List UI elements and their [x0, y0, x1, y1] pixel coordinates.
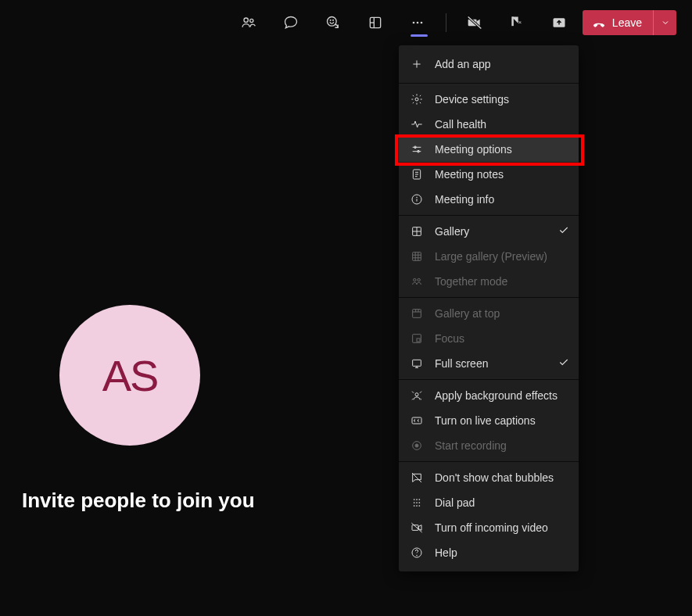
menu-chat-bubbles[interactable]: Don't show chat bubbles [399, 465, 579, 490]
toolbar-divider [446, 13, 446, 32]
menu-meeting-options[interactable]: Meeting options [399, 137, 579, 162]
svg-point-69 [417, 555, 418, 556]
svg-point-56 [414, 499, 415, 500]
mic-muted-icon[interactable]: × [498, 0, 536, 45]
menu-device-settings[interactable]: Device settings [399, 87, 579, 112]
menu-label: Apply background effects [435, 389, 558, 402]
video-off-icon [410, 521, 424, 535]
menu-help[interactable]: Help [399, 540, 579, 565]
svg-line-48 [412, 392, 414, 393]
svg-point-63 [416, 505, 418, 507]
svg-line-67 [411, 523, 421, 532]
svg-point-62 [414, 505, 415, 507]
menu-label: Meeting options [435, 143, 512, 156]
svg-rect-52 [412, 417, 421, 424]
svg-rect-12 [511, 17, 514, 27]
camera-off-icon[interactable] [456, 0, 493, 45]
svg-point-54 [415, 444, 418, 447]
svg-point-2 [327, 17, 336, 27]
together-icon [410, 274, 424, 288]
menu-label: Meeting info [435, 193, 494, 206]
svg-point-0 [244, 18, 248, 22]
menu-incoming-video-off[interactable]: Turn off incoming video [399, 515, 579, 540]
menu-label: Gallery [435, 225, 469, 238]
check-icon [558, 357, 569, 371]
menu-focus: Focus [399, 326, 579, 351]
chat-off-icon [410, 471, 424, 485]
avatar-initials: AS [102, 350, 158, 401]
svg-line-50 [412, 399, 413, 399]
svg-rect-44 [413, 360, 421, 366]
focus-icon [410, 331, 424, 346]
leave-button[interactable]: Leave [583, 10, 676, 35]
svg-rect-38 [413, 310, 421, 318]
participant-avatar: AS [59, 305, 200, 446]
leave-label: Leave [612, 16, 642, 29]
notes-icon [410, 167, 424, 181]
svg-point-7 [417, 22, 419, 24]
meeting-toolbar: × Leave [0, 0, 692, 45]
menu-label: Don't show chat bubbles [435, 471, 554, 484]
menu-label: Call health [435, 118, 486, 131]
svg-point-64 [418, 505, 420, 507]
menu-meeting-info[interactable]: Meeting info [399, 187, 579, 212]
menu-add-app[interactable]: Add an app [399, 48, 579, 80]
grid-3x3-icon [410, 249, 424, 263]
svg-point-3 [330, 20, 331, 20]
more-actions-icon[interactable] [399, 0, 436, 45]
svg-point-16 [415, 98, 418, 101]
chat-icon[interactable] [272, 0, 310, 45]
svg-point-4 [332, 20, 333, 20]
gear-icon [410, 92, 424, 106]
help-icon [410, 546, 424, 560]
menu-label: Focus [435, 332, 464, 345]
invite-prompt: Invite people to join you [22, 489, 255, 513]
menu-label: Meeting notes [435, 168, 504, 181]
reactions-icon[interactable] [314, 0, 352, 45]
menu-meeting-notes[interactable]: Meeting notes [399, 162, 579, 187]
menu-full-screen[interactable]: Full screen [399, 351, 579, 376]
people-icon[interactable] [230, 0, 267, 45]
pulse-icon [410, 117, 424, 131]
menu-call-health[interactable]: Call health [399, 112, 579, 137]
menu-live-captions[interactable]: Turn on live captions [399, 408, 579, 433]
dialpad-icon [410, 496, 424, 510]
background-icon [410, 389, 424, 403]
menu-label: Large gallery (Preview) [435, 250, 547, 263]
svg-point-8 [421, 22, 423, 24]
menu-label: Device settings [435, 93, 509, 106]
leave-options-caret[interactable] [653, 10, 676, 35]
menu-label: Add an app [435, 58, 491, 70]
captions-icon [410, 414, 424, 428]
menu-background-effects[interactable]: Apply background effects [399, 383, 579, 408]
svg-line-51 [421, 399, 421, 399]
record-icon [410, 439, 424, 453]
fullscreen-icon [410, 356, 424, 371]
menu-start-recording: Start recording [399, 433, 579, 458]
menu-label: Together mode [435, 275, 507, 288]
menu-gallery-top: Gallery at top [399, 301, 579, 326]
svg-text:×: × [518, 19, 522, 26]
svg-point-61 [418, 502, 420, 503]
menu-label: Help [435, 546, 457, 559]
menu-together-mode: Together mode [399, 269, 579, 294]
menu-label: Dial pad [435, 496, 475, 509]
info-icon [410, 192, 424, 206]
menu-label: Turn off incoming video [435, 521, 548, 534]
svg-point-1 [250, 19, 253, 22]
menu-label: Gallery at top [435, 307, 500, 320]
share-screen-icon[interactable] [540, 0, 578, 45]
menu-label: Start recording [435, 439, 507, 452]
svg-point-6 [413, 22, 415, 24]
svg-rect-43 [417, 338, 420, 342]
hangup-icon [592, 16, 606, 30]
plus-icon [410, 57, 424, 71]
menu-gallery[interactable]: Gallery [399, 219, 579, 244]
rooms-icon[interactable] [357, 0, 394, 45]
sliders-icon [410, 142, 424, 156]
svg-point-58 [418, 499, 420, 500]
more-actions-menu: Add an app Device settings Call health M… [399, 45, 579, 571]
gallery-top-icon [410, 306, 424, 321]
leave-button-main[interactable]: Leave [583, 10, 653, 35]
menu-dial-pad[interactable]: Dial pad [399, 490, 579, 515]
